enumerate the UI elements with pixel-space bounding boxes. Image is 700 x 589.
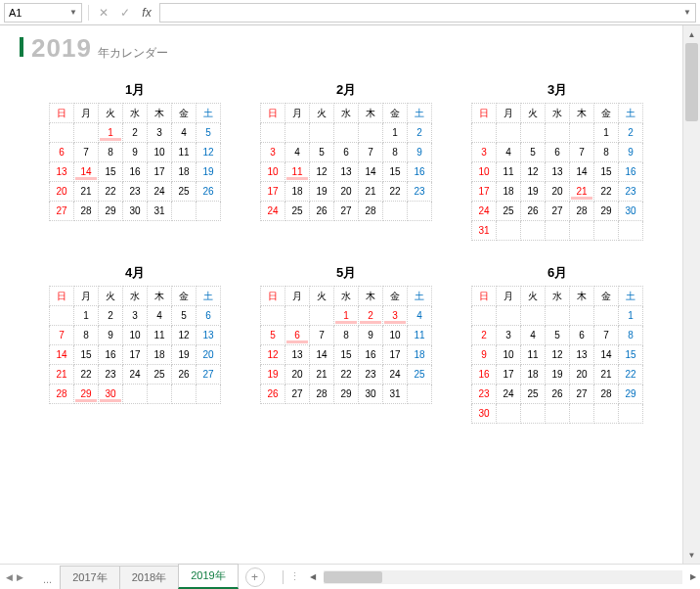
calendar-cell[interactable] bbox=[472, 306, 497, 326]
calendar-cell[interactable]: 1 bbox=[619, 306, 643, 326]
calendar-cell[interactable]: 22 bbox=[99, 182, 123, 202]
calendar-cell[interactable]: 29 bbox=[594, 202, 619, 221]
calendar-cell[interactable]: 21 bbox=[50, 365, 74, 385]
calendar-cell[interactable]: 25 bbox=[521, 385, 546, 404]
calendar-cell[interactable] bbox=[74, 123, 99, 143]
calendar-cell[interactable]: 28 bbox=[310, 385, 334, 404]
calendar-cell[interactable]: 15 bbox=[99, 162, 123, 182]
calendar-cell[interactable]: 23 bbox=[619, 182, 643, 202]
vertical-scrollbar[interactable]: ▲ ▼ bbox=[682, 25, 700, 564]
calendar-cell[interactable]: 5 bbox=[261, 326, 285, 345]
calendar-cell[interactable] bbox=[408, 202, 432, 221]
calendar-cell[interactable]: 14 bbox=[570, 162, 594, 182]
calendar-cell[interactable]: 31 bbox=[383, 385, 408, 404]
calendar-cell[interactable]: 21 bbox=[310, 365, 334, 385]
calendar-cell[interactable] bbox=[261, 306, 285, 326]
calendar-cell[interactable]: 15 bbox=[619, 345, 643, 365]
calendar-cell[interactable]: 18 bbox=[521, 365, 546, 385]
calendar-cell[interactable]: 10 bbox=[472, 162, 497, 182]
calendar-cell[interactable]: 11 bbox=[148, 326, 172, 345]
tab-next-icon[interactable]: ▶ bbox=[17, 572, 23, 582]
calendar-cell[interactable] bbox=[197, 385, 221, 404]
calendar-cell[interactable]: 16 bbox=[99, 345, 123, 365]
calendar-cell[interactable]: 21 bbox=[359, 182, 383, 202]
calendar-cell[interactable]: 4 bbox=[521, 326, 546, 345]
calendar-cell[interactable]: 2 bbox=[99, 306, 123, 326]
scroll-track[interactable] bbox=[324, 570, 682, 584]
calendar-cell[interactable]: 4 bbox=[408, 306, 432, 326]
calendar-cell[interactable] bbox=[570, 221, 594, 241]
calendar-cell[interactable]: 23 bbox=[408, 182, 432, 202]
calendar-cell[interactable]: 10 bbox=[261, 162, 285, 182]
calendar-cell[interactable]: 26 bbox=[546, 385, 570, 404]
calendar-cell[interactable] bbox=[285, 123, 310, 143]
calendar-cell[interactable]: 11 bbox=[408, 326, 432, 345]
calendar-cell[interactable]: 25 bbox=[408, 365, 432, 385]
calendar-cell[interactable]: 8 bbox=[619, 326, 643, 345]
calendar-cell[interactable]: 30 bbox=[472, 404, 497, 424]
calendar-cell[interactable]: 21 bbox=[74, 182, 99, 202]
calendar-cell[interactable]: 7 bbox=[74, 143, 99, 162]
calendar-cell[interactable]: 19 bbox=[172, 345, 197, 365]
scroll-thumb[interactable] bbox=[685, 43, 698, 121]
calendar-cell[interactable]: 11 bbox=[285, 162, 310, 182]
scroll-thumb[interactable] bbox=[324, 571, 382, 583]
calendar-cell[interactable]: 20 bbox=[570, 365, 594, 385]
calendar-cell[interactable]: 11 bbox=[497, 162, 521, 182]
calendar-cell[interactable]: 22 bbox=[334, 365, 359, 385]
calendar-cell[interactable]: 28 bbox=[359, 202, 383, 221]
calendar-cell[interactable] bbox=[261, 123, 285, 143]
calendar-cell[interactable]: 1 bbox=[99, 123, 123, 143]
calendar-cell[interactable]: 4 bbox=[148, 306, 172, 326]
calendar-cell[interactable] bbox=[521, 221, 546, 241]
calendar-cell[interactable] bbox=[594, 306, 619, 326]
calendar-cell[interactable]: 13 bbox=[546, 162, 570, 182]
calendar-cell[interactable]: 14 bbox=[359, 162, 383, 182]
calendar-cell[interactable]: 15 bbox=[74, 345, 99, 365]
calendar-cell[interactable]: 6 bbox=[197, 306, 221, 326]
calendar-cell[interactable]: 1 bbox=[334, 306, 359, 326]
calendar-cell[interactable]: 13 bbox=[285, 345, 310, 365]
calendar-cell[interactable]: 10 bbox=[148, 143, 172, 162]
calendar-cell[interactable]: 27 bbox=[546, 202, 570, 221]
calendar-cell[interactable]: 11 bbox=[172, 143, 197, 162]
calendar-cell[interactable]: 21 bbox=[570, 182, 594, 202]
calendar-cell[interactable]: 18 bbox=[408, 345, 432, 365]
tab-ellipsis[interactable]: ... bbox=[35, 569, 60, 589]
calendar-cell[interactable] bbox=[521, 306, 546, 326]
calendar-cell[interactable]: 8 bbox=[74, 326, 99, 345]
calendar-cell[interactable]: 17 bbox=[383, 345, 408, 365]
calendar-cell[interactable]: 30 bbox=[99, 385, 123, 404]
calendar-cell[interactable]: 24 bbox=[261, 202, 285, 221]
calendar-cell[interactable]: 24 bbox=[472, 202, 497, 221]
calendar-cell[interactable]: 19 bbox=[521, 182, 546, 202]
calendar-cell[interactable]: 18 bbox=[148, 345, 172, 365]
calendar-cell[interactable]: 20 bbox=[546, 182, 570, 202]
calendar-cell[interactable]: 17 bbox=[148, 162, 172, 182]
worksheet[interactable]: 2019 年カレンダー 1月日月火水木金土1234567891011121314… bbox=[0, 25, 682, 564]
calendar-cell[interactable]: 3 bbox=[383, 306, 408, 326]
calendar-cell[interactable]: 28 bbox=[570, 202, 594, 221]
calendar-cell[interactable]: 11 bbox=[521, 345, 546, 365]
calendar-cell[interactable]: 29 bbox=[334, 385, 359, 404]
calendar-cell[interactable]: 27 bbox=[570, 385, 594, 404]
cancel-icon[interactable]: ✕ bbox=[95, 4, 112, 22]
calendar-cell[interactable]: 19 bbox=[261, 365, 285, 385]
calendar-cell[interactable]: 18 bbox=[285, 182, 310, 202]
calendar-cell[interactable]: 4 bbox=[285, 143, 310, 162]
calendar-cell[interactable]: 30 bbox=[619, 202, 643, 221]
calendar-cell[interactable] bbox=[50, 123, 74, 143]
calendar-cell[interactable]: 17 bbox=[123, 345, 148, 365]
calendar-cell[interactable]: 23 bbox=[472, 385, 497, 404]
calendar-cell[interactable]: 13 bbox=[570, 345, 594, 365]
calendar-cell[interactable]: 17 bbox=[497, 365, 521, 385]
calendar-cell[interactable]: 1 bbox=[383, 123, 408, 143]
calendar-cell[interactable]: 3 bbox=[123, 306, 148, 326]
calendar-cell[interactable]: 5 bbox=[172, 306, 197, 326]
calendar-cell[interactable] bbox=[172, 202, 197, 221]
calendar-cell[interactable]: 12 bbox=[546, 345, 570, 365]
fx-icon[interactable]: fx bbox=[138, 4, 155, 22]
calendar-cell[interactable]: 26 bbox=[521, 202, 546, 221]
name-box[interactable]: A1 ▼ bbox=[4, 3, 82, 23]
calendar-cell[interactable] bbox=[197, 202, 221, 221]
